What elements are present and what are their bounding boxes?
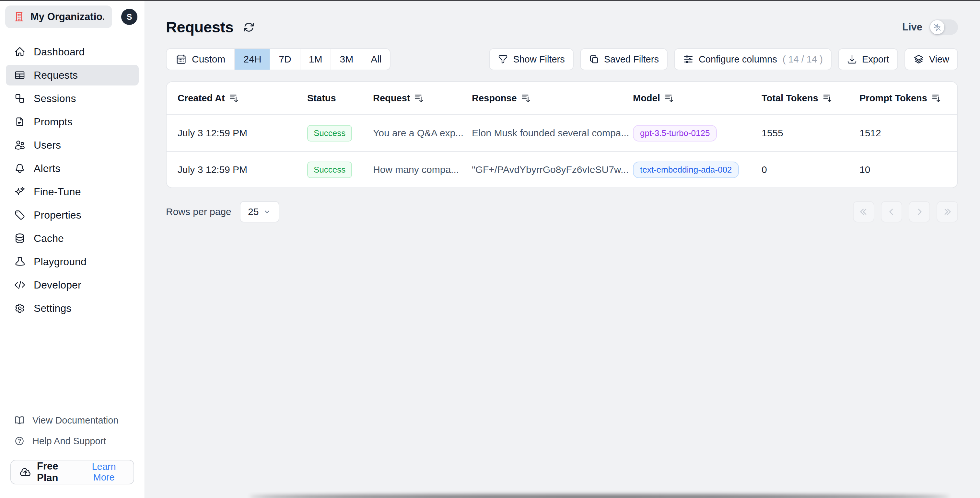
question-circle-icon	[14, 436, 25, 446]
sidebar-nav: Dashboard Requests Sessions Prompts User…	[0, 34, 145, 321]
previous-page-button[interactable]	[881, 201, 902, 222]
database-icon	[14, 233, 25, 244]
time-range-1m[interactable]: 1M	[300, 49, 331, 70]
chevron-double-right-icon	[943, 207, 952, 216]
next-page-button[interactable]	[909, 201, 930, 222]
column-header-model[interactable]: Model	[633, 93, 762, 104]
toggle-knob	[930, 20, 944, 34]
sidebar-item-label: Sessions	[34, 93, 76, 105]
rows-per-page-value: 25	[248, 206, 259, 217]
avatar[interactable]: S	[121, 9, 137, 25]
time-range-all[interactable]: All	[362, 49, 390, 70]
org-selector[interactable]: My Organizatio...	[5, 5, 112, 28]
sidebar-item-alerts[interactable]: Alerts	[6, 158, 139, 179]
help-and-support-link[interactable]: Help And Support	[6, 431, 139, 451]
time-range-3m[interactable]: 3M	[331, 49, 362, 70]
sort-icon	[414, 93, 424, 103]
chevron-double-left-icon	[859, 207, 868, 216]
column-header-request[interactable]: Request	[373, 93, 472, 104]
view-documentation-link[interactable]: View Documentation	[6, 410, 139, 431]
model-badge: gpt-3.5-turbo-0125	[633, 125, 717, 141]
sidebar-item-developer[interactable]: Developer	[6, 274, 139, 295]
chevron-right-icon	[915, 207, 924, 216]
cell-request: How many compa...	[373, 164, 472, 175]
sidebar-item-label: Prompts	[34, 116, 73, 128]
plan-banner: Free Plan Learn More	[10, 460, 134, 484]
learn-more-link[interactable]: Learn More	[83, 462, 125, 483]
chevron-left-icon	[887, 207, 896, 216]
document-icon	[14, 116, 25, 127]
column-header-total-tokens[interactable]: Total Tokens	[762, 93, 859, 104]
cell-prompt-tokens: 10	[859, 164, 957, 175]
sidebar-item-sessions[interactable]: Sessions	[6, 88, 139, 109]
saved-filters-button[interactable]: Saved Filters	[580, 48, 668, 70]
sidebar-item-fine-tune[interactable]: Fine-Tune	[6, 181, 139, 202]
configure-columns-label: Configure columns	[699, 54, 777, 65]
table-icon	[14, 70, 25, 81]
first-page-button[interactable]	[853, 201, 874, 222]
column-header-prompt-tokens[interactable]: Prompt Tokens	[859, 93, 957, 104]
sessions-icon	[14, 93, 25, 104]
saved-filters-label: Saved Filters	[604, 54, 659, 65]
status-badge: Success	[307, 162, 352, 178]
sidebar-item-label: Playground	[34, 256, 86, 268]
sidebar-item-label: Users	[34, 139, 61, 151]
show-filters-button[interactable]: Show Filters	[489, 48, 574, 70]
toolbar-actions: Show Filters Saved Filters Configure col…	[489, 48, 958, 70]
sidebar-item-playground[interactable]: Playground	[6, 251, 139, 272]
configure-columns-count: ( 14 / 14 )	[783, 54, 823, 65]
sidebar-item-users[interactable]: Users	[6, 135, 139, 155]
sidebar-item-requests[interactable]: Requests	[6, 65, 139, 86]
rows-per-page-group: Rows per page 25	[166, 201, 279, 222]
sidebar-item-dashboard[interactable]: Dashboard	[6, 41, 139, 62]
last-page-button[interactable]	[937, 201, 958, 222]
cell-created-at: July 3 12:59 PM	[178, 164, 307, 175]
column-label: Model	[633, 93, 660, 104]
table-header-row: Created At Status Request Response Model	[167, 82, 957, 115]
time-range-custom[interactable]: Custom	[167, 49, 234, 70]
cell-model: text-embedding-ada-002	[633, 162, 762, 178]
sidebar-item-settings[interactable]: Settings	[6, 298, 139, 319]
column-label: Created At	[178, 93, 225, 104]
bolt-slash-icon	[933, 23, 942, 32]
sidebar-item-cache[interactable]: Cache	[6, 228, 139, 249]
page-title: Requests	[166, 18, 233, 36]
export-button[interactable]: Export	[838, 48, 898, 70]
view-button[interactable]: View	[905, 48, 958, 70]
requests-table: Created At Status Request Response Model	[166, 81, 958, 188]
sidebar-item-label: Settings	[34, 303, 71, 314]
column-header-response[interactable]: Response	[472, 93, 633, 104]
cell-total-tokens: 0	[762, 164, 859, 175]
cell-response: Elon Musk founded several compa...	[472, 128, 633, 139]
column-label: Total Tokens	[762, 93, 818, 104]
cell-status: Success	[307, 125, 373, 141]
table-row[interactable]: July 3 12:59 PM Success How many compa..…	[167, 151, 957, 187]
refresh-button[interactable]	[243, 21, 255, 33]
time-range-24h[interactable]: 24H	[234, 49, 270, 70]
column-header-status[interactable]: Status	[307, 93, 373, 104]
sidebar-item-label: Developer	[34, 279, 81, 291]
sidebar-item-properties[interactable]: Properties	[6, 205, 139, 225]
time-range-label: Custom	[192, 54, 225, 65]
window-bottom-shadow	[250, 495, 949, 498]
users-icon	[14, 140, 25, 151]
sort-icon	[664, 93, 674, 103]
column-header-created-at[interactable]: Created At	[178, 93, 307, 104]
funnel-icon	[498, 54, 508, 64]
download-icon	[847, 54, 857, 64]
rows-per-page-select[interactable]: 25	[240, 201, 279, 222]
cell-created-at: July 3 12:59 PM	[178, 128, 307, 139]
column-label: Request	[373, 93, 410, 104]
live-toggle[interactable]	[929, 19, 958, 35]
configure-columns-button[interactable]: Configure columns ( 14 / 14 )	[674, 48, 832, 70]
table-row[interactable]: July 3 12:59 PM Success You are a Q&A ex…	[167, 115, 957, 151]
status-badge: Success	[307, 125, 352, 141]
live-toggle-group: Live	[902, 19, 958, 35]
cell-response: "GF+/PAvdYbyrrGo8yFz6vIeSU7w...	[472, 164, 633, 175]
column-label: Prompt Tokens	[859, 93, 927, 104]
time-range-7d[interactable]: 7D	[270, 49, 299, 70]
sidebar-item-prompts[interactable]: Prompts	[6, 111, 139, 132]
footer-link-label: View Documentation	[32, 415, 118, 426]
live-label: Live	[902, 21, 922, 33]
sidebar-item-label: Cache	[34, 233, 64, 244]
